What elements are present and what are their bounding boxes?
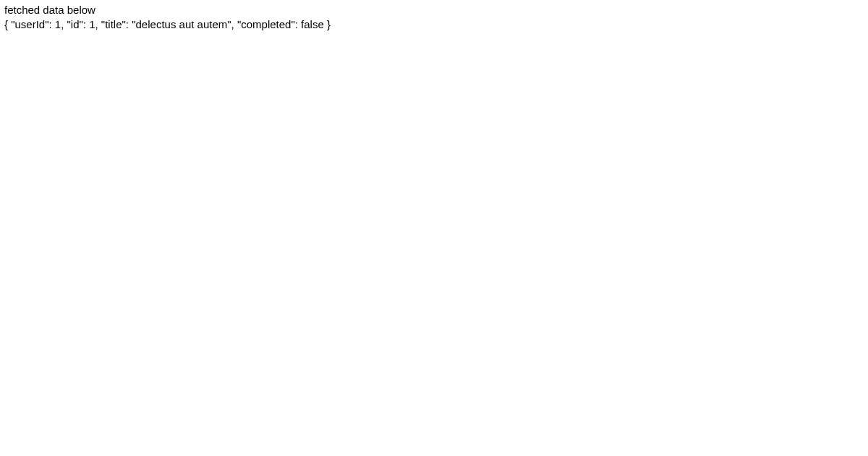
json-output: { "userId": 1, "id": 1, "title": "delect… — [4, 17, 864, 32]
heading-text: fetched data below — [4, 3, 864, 17]
